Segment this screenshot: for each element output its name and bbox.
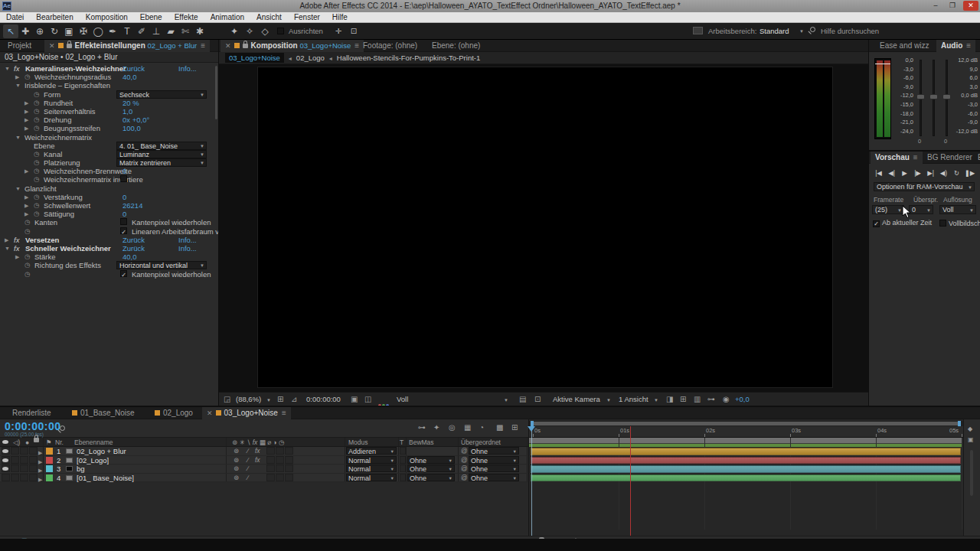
left-level-slider[interactable] (920, 60, 922, 136)
fx-row-drehung[interactable]: ▶◷Drehung0x +0,0° (0, 116, 218, 124)
next-frame-button[interactable]: |▶ (912, 168, 923, 178)
tab-footage[interactable]: Footage: (ohne) (358, 40, 422, 52)
tab-bg-renderer[interactable]: BG Renderer (923, 152, 977, 164)
switch-cell[interactable] (285, 465, 293, 472)
grid-options-icon[interactable]: ◲ (224, 393, 230, 406)
menu-ansicht[interactable]: Ansicht (250, 12, 288, 23)
rotation-tool-icon[interactable]: ↻ (47, 24, 62, 38)
panel-menu-icon[interactable]: ≡ (966, 41, 971, 50)
parent-dropdown[interactable]: Ohne▼ (469, 456, 519, 464)
eraser-tool-icon[interactable]: ▰ (163, 24, 178, 38)
lock-icon[interactable] (67, 44, 72, 48)
info-link[interactable]: Info... (178, 236, 197, 244)
zoom-tool-icon[interactable]: ⊕ (32, 24, 47, 38)
world-axis-mode-icon[interactable]: ✧ (242, 24, 257, 38)
fx-row-kanten[interactable]: ◷KantenKantenpixel wiederholen (0, 218, 218, 227)
blend-mode-dropdown[interactable]: Normal▼ (346, 456, 397, 464)
brainstorm-icon[interactable]: ▩ (496, 423, 503, 432)
solo-cell[interactable] (20, 447, 28, 455)
lock-cell[interactable] (29, 465, 38, 472)
lock-icon[interactable] (243, 44, 248, 48)
track-matte-dropdown[interactable]: Ohne▼ (407, 456, 455, 464)
local-axis-mode-icon[interactable]: ✦ (227, 24, 242, 38)
fx-row-checkbox[interactable]: ◷✓Linearen Arbeitsfarbraum verw (0, 227, 218, 236)
layer-row-4[interactable]: ▶4[01_ Base_Noise]⊚∕Normal▼Ohne▼@Ohne▼ (0, 474, 528, 483)
from-current-time-checkbox[interactable]: ✓Ab aktueller Zeit (873, 219, 932, 227)
layer-name[interactable]: [02_Logo] (77, 456, 109, 465)
resolution-dropdown[interactable]: Voll▼ (939, 205, 976, 214)
property-value[interactable]: 0 (122, 193, 126, 201)
tab-overflow[interactable]: E (973, 152, 980, 164)
property-value[interactable]: 0 (122, 210, 126, 218)
parent-dropdown[interactable]: Ohne▼ (469, 474, 519, 481)
shy-icon[interactable]: ⊚ (234, 447, 239, 455)
status-timecode[interactable]: 0:00:00:00 (306, 393, 341, 406)
exposure-value[interactable]: +0,0 (735, 393, 750, 406)
quality-icon[interactable]: ∕ (247, 465, 248, 473)
pickwhip-icon[interactable]: @ (461, 474, 468, 482)
text-tool-icon[interactable]: T (119, 24, 135, 38)
layer-bar-2[interactable] (531, 457, 961, 465)
tab-composition[interactable]: ✕Komposition 03_Logo+Noise≡ (220, 40, 364, 52)
comp-button-icon[interactable]: ▣ (968, 436, 974, 443)
align-checkbox[interactable] (277, 28, 284, 34)
breadcrumb-item[interactable]: 03_Logo+Noise (225, 53, 284, 63)
shape-tool-icon[interactable]: ◯ (90, 24, 106, 38)
lock-cell[interactable] (29, 447, 38, 455)
preserve-transparency-cell[interactable] (400, 465, 406, 472)
fx-row-sättigung[interactable]: ▶◷Sättigung0 (0, 210, 218, 218)
fx-row-weichzeichnen-brennweite[interactable]: ▶◷Weichzeichnen-Brennweite0 (0, 167, 218, 175)
motion-blur-icon[interactable]: ◔ (479, 423, 484, 432)
tab-effect-controls[interactable]: ✕Effekteinstellungen 02_Logo + Blur≡ (44, 40, 210, 52)
pan-behind-tool-icon[interactable]: ✠ (76, 24, 91, 38)
go-to-end-button[interactable]: ▶| (925, 168, 936, 178)
twirl-icon[interactable]: ▼ (5, 244, 10, 253)
timeline-tab-renderliste[interactable]: Renderliste (8, 407, 56, 419)
timeline-search-icon[interactable] (60, 425, 65, 431)
fx-switch-icon[interactable]: fx (255, 456, 260, 465)
preserve-transparency-cell[interactable] (400, 456, 406, 464)
quality-icon[interactable]: ∕ (247, 456, 248, 465)
visibility-cell[interactable] (2, 474, 10, 481)
twirl-icon[interactable]: ▶ (15, 73, 19, 81)
pixel-aspect-icon[interactable]: ◨ (666, 393, 673, 406)
workspace-value[interactable]: Standard (760, 27, 789, 35)
effects-scrollbar[interactable] (215, 66, 217, 119)
menu-ebene[interactable]: Ebene (134, 12, 168, 23)
menu-hilfe[interactable]: Hilfe (326, 12, 354, 23)
layer-row-2[interactable]: ▶2[02_Logo]⊚∕fxNormal▼Ohne▼@Ohne▼ (0, 456, 528, 465)
shy-icon[interactable]: ⊚ (234, 456, 239, 465)
channels-value[interactable]: Voll (397, 393, 408, 406)
layer-bar-4[interactable] (531, 474, 961, 482)
info-link[interactable]: Info... (178, 244, 197, 253)
label-color-chip[interactable] (46, 448, 53, 455)
roto-brush-tool-icon[interactable]: ✄ (178, 24, 193, 38)
quality-icon[interactable]: ∕ (247, 474, 248, 482)
audio-cell[interactable] (11, 474, 19, 481)
panel-menu-icon[interactable]: ≡ (913, 153, 918, 161)
property-dropdown[interactable]: Horizontal und vertikal▼ (116, 261, 207, 269)
property-value[interactable]: 40,0 (122, 253, 137, 261)
panel-menu-icon[interactable]: ≡ (201, 41, 205, 50)
property-dropdown[interactable]: Sechseck▼ (116, 90, 207, 99)
layer-row-3[interactable]: ▶3bg⊚∕Normal▼Ohne▼@Ohne▼ (0, 465, 528, 474)
layer-bar-1[interactable] (531, 448, 961, 455)
zoom-level[interactable]: (88,6%) (236, 393, 261, 406)
stopwatch-icon[interactable]: ◷ (34, 201, 39, 210)
menu-bearbeiten[interactable]: Bearbeiten (30, 12, 79, 23)
property-checkbox[interactable]: ✓ (120, 227, 127, 234)
fx-row-kameralinsen-weichzeichner[interactable]: ▼fxKameralinsen-WeichzeichnerZurückInfo.… (0, 64, 218, 73)
twirl-icon[interactable]: ▶ (24, 167, 28, 175)
play-button[interactable]: ▶ (899, 168, 910, 178)
stopwatch-icon[interactable]: ◷ (34, 116, 39, 124)
timeline-button-icon[interactable]: ▥ (694, 393, 701, 406)
menu-effekte[interactable]: Effekte (168, 12, 204, 23)
switch-cell[interactable] (285, 447, 293, 455)
switch-cell[interactable] (276, 447, 284, 455)
twirl-icon[interactable]: ▼ (15, 133, 21, 142)
fx-row-glanzlicht[interactable]: ▼Glanzlicht (0, 184, 218, 193)
stopwatch-icon[interactable]: ◷ (24, 218, 30, 227)
workspace-caret-icon[interactable]: ▼ (799, 29, 804, 34)
resolution-icon[interactable]: ▤ (519, 393, 526, 406)
twirl-icon[interactable]: ▶ (5, 236, 8, 244)
